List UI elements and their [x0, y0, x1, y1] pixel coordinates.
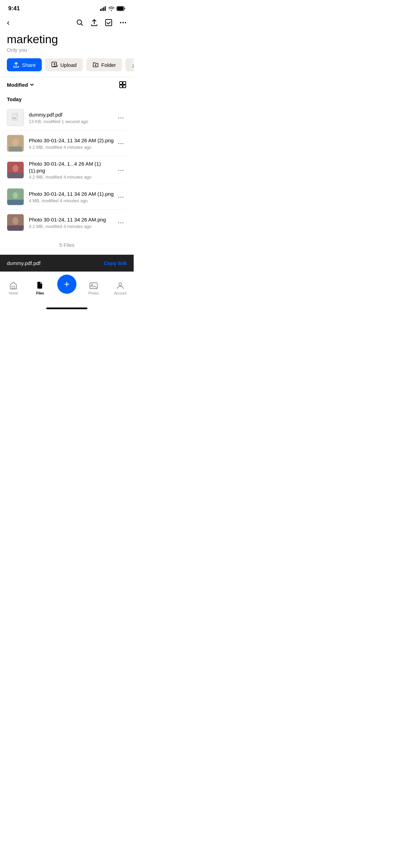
grid-view-icon[interactable]	[119, 81, 127, 89]
svg-rect-5	[117, 7, 124, 11]
svg-rect-0	[100, 9, 101, 11]
section-today-header: Today	[0, 92, 134, 105]
file-meta: 13 KB, modified 1 second ago	[29, 119, 115, 124]
svg-point-9	[122, 22, 124, 23]
home-indicator	[0, 305, 134, 311]
checkbox-icon[interactable]	[105, 19, 112, 26]
bottom-toast: dummy.pdf.pdf Copy link	[0, 255, 134, 272]
file-thumbnail-photo2	[7, 135, 24, 152]
back-button[interactable]: ‹	[7, 18, 10, 27]
tab-account[interactable]: Account	[110, 281, 131, 295]
svg-rect-31	[12, 286, 15, 289]
tab-bar: Home Files + Photos Account	[0, 272, 134, 305]
file-meta: 4.2 MB, modified 4 minutes ago	[29, 174, 115, 180]
upload-button[interactable]: Upload	[45, 58, 83, 71]
svg-rect-13	[120, 82, 122, 84]
file-thumbnail-pdf: PDF	[7, 109, 24, 126]
file-info: Photo 30-01-24, 11 34 26 AM (2).png 4.2 …	[29, 137, 115, 150]
tab-files-label: Files	[36, 291, 44, 295]
file-info: Photo 30-01-24, 11 34 26 AM.png 4.2 MB, …	[29, 216, 115, 229]
file-item[interactable]: Photo 30-01-24, 11 34 26 AM (2).png 4.2 …	[7, 131, 127, 156]
upload-button-label: Upload	[60, 62, 77, 68]
svg-point-8	[120, 22, 121, 23]
chevron-down-icon	[29, 82, 34, 87]
page-title: marketing	[7, 33, 127, 46]
status-time: 9:41	[8, 5, 20, 12]
offline-button-icon	[132, 62, 134, 68]
signal-icon	[100, 6, 106, 11]
tab-add[interactable]: +	[57, 275, 77, 295]
file-info: Photo 30-01-24, 11 34 26 AM (1).png 4 MB…	[29, 191, 115, 203]
svg-text:PDF: PDF	[13, 117, 16, 119]
page-subtitle: Only you	[7, 47, 127, 53]
folder-button-label: Folder	[101, 62, 116, 68]
file-name: dummy.pdf.pdf	[29, 111, 115, 118]
sort-button[interactable]: Modified	[7, 82, 34, 88]
share-button[interactable]: Share	[7, 58, 42, 71]
photos-icon	[89, 281, 98, 290]
upload-button-icon	[51, 62, 58, 68]
wifi-icon	[108, 6, 114, 11]
offline-button[interactable]: Offline	[125, 58, 134, 71]
tab-home-label: Home	[9, 291, 18, 295]
toast-copy-link-button[interactable]: Copy link	[104, 260, 127, 266]
share-button-icon	[13, 62, 19, 68]
file-thumbnail-photo3	[7, 161, 24, 179]
plus-icon: +	[64, 279, 70, 289]
file-name: Photo 30-01-24, 11 34 26 AM (1).png	[29, 191, 115, 197]
header-nav: ‹	[0, 15, 134, 30]
file-thumbnail-photo4	[7, 188, 24, 205]
file-more-button[interactable]: ···	[115, 191, 127, 203]
upload-icon[interactable]	[90, 19, 98, 26]
add-button[interactable]: +	[57, 275, 76, 294]
file-more-button[interactable]: ···	[115, 111, 127, 124]
tab-files[interactable]: Files	[30, 281, 50, 295]
battery-icon	[117, 6, 125, 11]
file-list: PDF dummy.pdf.pdf 13 KB, modified 1 seco…	[0, 105, 134, 235]
file-more-button[interactable]: ···	[115, 216, 127, 229]
status-bar: 9:41	[0, 0, 134, 15]
account-icon	[116, 281, 125, 290]
svg-point-26	[13, 192, 18, 199]
folder-button[interactable]: Folder	[86, 58, 122, 71]
file-item[interactable]: Photo 30-01-24, 11 34 26 AM (1).png 4 MB…	[7, 184, 127, 210]
tab-photos-label: Photos	[88, 291, 99, 295]
svg-rect-2	[103, 7, 104, 11]
svg-point-29	[12, 217, 18, 225]
photo-preview	[7, 214, 24, 231]
svg-point-20	[12, 138, 19, 146]
tab-photos[interactable]: Photos	[83, 281, 104, 295]
svg-point-33	[92, 284, 93, 286]
file-more-button[interactable]: ···	[115, 164, 127, 177]
search-icon[interactable]	[76, 19, 84, 26]
svg-rect-30	[7, 226, 24, 231]
svg-point-10	[125, 22, 126, 23]
page-title-section: marketing Only you	[0, 30, 134, 58]
svg-point-23	[12, 165, 18, 172]
status-icons	[100, 6, 125, 11]
file-item[interactable]: Photo 30-01-24, 11 34 26 AM.png 4.2 MB, …	[7, 210, 127, 235]
file-item[interactable]: PDF dummy.pdf.pdf 13 KB, modified 1 seco…	[7, 105, 127, 131]
file-meta: 4 MB, modified 4 minutes ago	[29, 198, 115, 203]
file-count: 5 Files	[0, 235, 134, 255]
pdf-icon: PDF	[11, 113, 20, 122]
file-name: Photo 30-01-24, 11 34 26 AM.png	[29, 216, 115, 223]
file-name: Photo 30-01-24, 11 34 26 AM (2).png	[29, 137, 115, 144]
tab-home[interactable]: Home	[3, 281, 24, 295]
home-icon	[9, 281, 18, 290]
share-button-label: Share	[22, 62, 36, 68]
svg-rect-21	[9, 147, 22, 152]
file-thumbnail-photo5	[7, 214, 24, 231]
more-icon[interactable]	[119, 19, 127, 26]
folder-button-icon	[93, 62, 99, 68]
photo-preview	[7, 135, 24, 152]
toast-filename: dummy.pdf.pdf	[7, 260, 40, 266]
tab-account-label: Account	[114, 291, 126, 295]
svg-rect-24	[7, 173, 24, 178]
file-item[interactable]: Photo 30-01-24, 1...4 26 AM (1) (1).png …	[7, 156, 127, 184]
svg-rect-1	[102, 8, 103, 11]
header-nav-right	[76, 19, 127, 26]
file-more-button[interactable]: ···	[115, 137, 127, 150]
sort-label-text: Modified	[7, 82, 28, 88]
file-info: Photo 30-01-24, 1...4 26 AM (1) (1).png …	[29, 160, 115, 180]
